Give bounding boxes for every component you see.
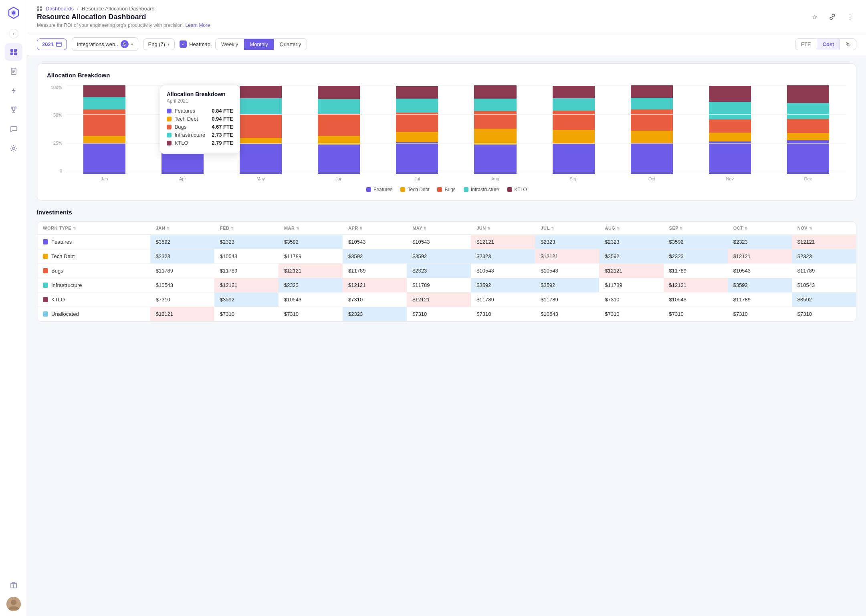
weekly-button[interactable]: Weekly (216, 39, 244, 50)
sidebar-item-chat[interactable] (5, 120, 22, 138)
services-filter[interactable]: Eng (7) ▾ (143, 38, 175, 50)
sidebar-toggle[interactable]: › (9, 29, 18, 38)
svg-point-11 (12, 147, 15, 149)
col-header-jul[interactable]: JUL ⇅ (535, 222, 599, 235)
chart-tooltip: Allocation Breakdown April 2021 Features… (160, 85, 240, 154)
value-cell: $10543 (535, 307, 599, 321)
svg-rect-18 (37, 9, 39, 11)
bar-month-label: Apr (179, 176, 186, 181)
toolbar: 2021 Integrations,web.. 5 ▾ Eng (7) ▾ ✓ … (27, 33, 866, 55)
project-date-filter[interactable]: 2021 (37, 38, 67, 50)
col-header-work-type[interactable]: WORK TYPE ⇅ (37, 222, 150, 235)
work-type-dot (43, 311, 48, 317)
link-button[interactable] (826, 10, 839, 23)
value-cell: $3592 (728, 278, 792, 293)
tooltip-row-value: 4.67 FTE (212, 124, 233, 130)
dashboard-grid-icon (37, 6, 42, 12)
bar-group-dec[interactable]: Dec (770, 85, 846, 181)
sort-icon: ⇅ (296, 226, 300, 230)
value-cell: $12121 (150, 307, 214, 321)
col-header-sep[interactable]: SEP ⇅ (664, 222, 728, 235)
value-cell: $10543 (343, 235, 407, 249)
tooltip-row: Tech Debt 0.94 FTE (167, 116, 233, 122)
value-cell: $10543 (728, 264, 792, 278)
value-cell: $7310 (664, 307, 728, 321)
col-header-feb[interactable]: FEB ⇅ (214, 222, 279, 235)
star-button[interactable]: ☆ (808, 10, 821, 23)
fte-button[interactable]: FTE (795, 39, 817, 50)
work-type-label: KTLO (43, 297, 145, 303)
work-type-name: Features (51, 239, 72, 245)
sidebar-item-trophy[interactable] (5, 101, 22, 119)
col-header-apr[interactable]: APR ⇅ (343, 222, 407, 235)
monthly-button[interactable]: Monthly (244, 39, 274, 50)
col-header-nov[interactable]: NOV ⇅ (792, 222, 856, 235)
svg-rect-4 (14, 53, 17, 55)
avatar[interactable] (6, 597, 21, 611)
bar-group-aug[interactable]: Aug (457, 85, 533, 181)
quarterly-button[interactable]: Quarterly (274, 39, 307, 50)
value-cell: $12121 (407, 293, 471, 307)
col-header-jan[interactable]: JAN ⇅ (150, 222, 214, 235)
svg-rect-19 (40, 9, 42, 11)
bar-segment (553, 86, 595, 98)
percent-button[interactable]: % (840, 39, 856, 50)
bar-group-oct[interactable]: Oct (614, 85, 690, 181)
chart-legend: Features Tech Debt Bugs Infrastructure K… (47, 187, 846, 192)
bar-group-nov[interactable]: Nov (692, 86, 768, 181)
sidebar-item-gift[interactable] (5, 576, 22, 594)
bar-month-label: Jan (101, 176, 108, 181)
bar-group-jun[interactable]: Jun (301, 86, 377, 181)
svg-point-0 (12, 11, 15, 14)
svg-rect-3 (10, 53, 13, 55)
value-cell: $10543 (407, 235, 471, 249)
value-cell: $11789 (792, 264, 856, 278)
col-header-aug[interactable]: AUG ⇅ (599, 222, 663, 235)
bar-group-sep[interactable]: Sep (535, 86, 612, 181)
bar-segment (474, 85, 516, 99)
tooltip-dot (167, 117, 172, 121)
bar-group-jan[interactable]: Jan (66, 85, 143, 181)
col-header-may[interactable]: MAY ⇅ (407, 222, 471, 235)
sidebar-item-settings[interactable] (5, 139, 22, 157)
table-row: Unallocated $12121$7310$7310$2323$7310$7… (37, 307, 856, 321)
subtitle: Measure thr ROI of your engineering org'… (37, 22, 210, 28)
sidebar-item-document[interactable] (5, 63, 22, 80)
sort-icon: ⇅ (551, 226, 555, 230)
work-type-name: KTLO (51, 297, 65, 303)
sort-icon: ⇅ (167, 226, 170, 230)
cost-button[interactable]: Cost (817, 39, 840, 50)
svg-rect-16 (37, 6, 39, 8)
work-type-cell: Infrastructure (37, 278, 150, 293)
sidebar-item-dashboard[interactable] (5, 43, 22, 61)
legend-label: KTLO (515, 187, 527, 192)
bar-segment (396, 142, 438, 174)
value-cell: $7310 (599, 307, 663, 321)
bar-group-jul[interactable]: Jul (379, 86, 455, 181)
custom-teams-filter[interactable]: Integrations,web.. 5 ▾ (72, 37, 138, 51)
work-type-dot (43, 254, 48, 259)
col-label: JUL (541, 226, 549, 230)
col-header-mar[interactable]: MAR ⇅ (279, 222, 343, 235)
value-cell: $12121 (471, 235, 535, 249)
value-cell: $11789 (535, 293, 599, 307)
heatmap-toggle[interactable]: ✓ Heatmap (180, 40, 210, 48)
learn-more-link[interactable]: Learn More (185, 22, 210, 28)
breadcrumb-link[interactable]: Dashboards (46, 6, 74, 12)
col-header-jun[interactable]: JUN ⇅ (471, 222, 535, 235)
sort-icon: ⇅ (680, 226, 683, 230)
value-cell: $11789 (471, 293, 535, 307)
col-header-oct[interactable]: OCT ⇅ (728, 222, 792, 235)
value-cell: $12121 (279, 264, 343, 278)
bar-segment (553, 98, 595, 111)
chevron-down-icon-2: ▾ (168, 42, 170, 46)
app-logo (6, 5, 22, 21)
breadcrumb: Dashboards / Resource Allocation Dashboa… (37, 6, 210, 12)
value-cell: $11789 (407, 278, 471, 293)
bar-segment (83, 85, 125, 97)
bar-month-label: May (256, 176, 265, 181)
value-cell: $11789 (214, 264, 279, 278)
work-type-name: Infrastructure (51, 282, 82, 288)
sidebar-item-lightning[interactable] (5, 82, 22, 99)
more-button[interactable]: ⋮ (844, 10, 856, 23)
